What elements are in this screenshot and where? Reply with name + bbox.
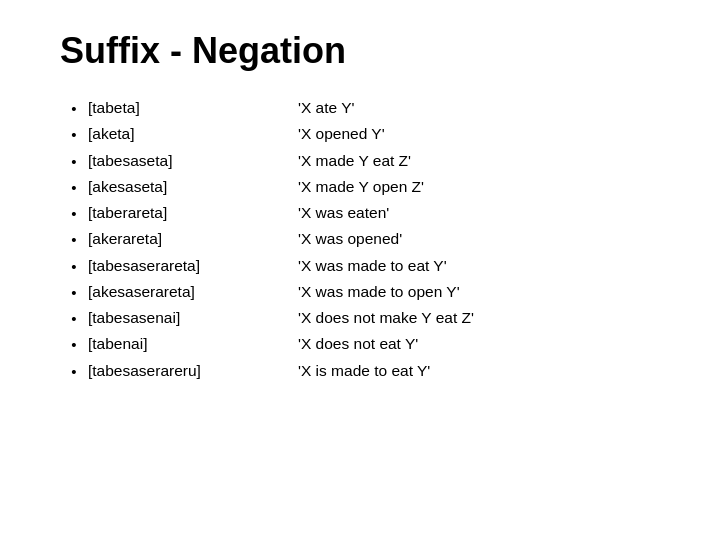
list-item: •[akesaserareta]'X was made to open Y' (60, 280, 660, 304)
definition: 'X made Y eat Z' (298, 149, 411, 173)
item-content: [tabesaserareru]'X is made to eat Y' (88, 359, 660, 383)
bullet: • (60, 306, 88, 330)
bullet: • (60, 96, 88, 120)
definition: 'X does not eat Y' (298, 332, 418, 356)
bullet: • (60, 122, 88, 146)
list-item: •[akesaseta]'X made Y open Z' (60, 175, 660, 199)
term: [tabesasenai] (88, 306, 298, 330)
item-content: [akerareta]'X was opened' (88, 227, 660, 251)
item-content: [tabenai]'X does not eat Y' (88, 332, 660, 356)
definition: 'X was made to open Y' (298, 280, 460, 304)
definition: 'X is made to eat Y' (298, 359, 430, 383)
list-item: •[tabesaseta]'X made Y eat Z' (60, 149, 660, 173)
page-title: Suffix - Negation (60, 30, 660, 72)
definition: 'X does not make Y eat Z' (298, 306, 474, 330)
item-content: [tabesaserareta]'X was made to eat Y' (88, 254, 660, 278)
list-container: •[tabeta]'X ate Y'•[aketa]'X opened Y'•[… (60, 96, 660, 383)
list-item: •[tabesaserareta]'X was made to eat Y' (60, 254, 660, 278)
list-item: •[tabeta]'X ate Y' (60, 96, 660, 120)
definition: 'X ate Y' (298, 96, 354, 120)
term: [tabesaseta] (88, 149, 298, 173)
term: [aketa] (88, 122, 298, 146)
bullet: • (60, 280, 88, 304)
bullet: • (60, 175, 88, 199)
list-item: •[tabesasenai]'X does not make Y eat Z' (60, 306, 660, 330)
term: [tabesaserareru] (88, 359, 298, 383)
definition: 'X was eaten' (298, 201, 389, 225)
bullet: • (60, 201, 88, 225)
definition: 'X was opened' (298, 227, 402, 251)
list-item: •[taberareta]'X was eaten' (60, 201, 660, 225)
list-item: •[akerareta]'X was opened' (60, 227, 660, 251)
term: [tabeta] (88, 96, 298, 120)
term: [akesaserareta] (88, 280, 298, 304)
bullet: • (60, 227, 88, 251)
item-content: [akesaseta]'X made Y open Z' (88, 175, 660, 199)
term: [akerareta] (88, 227, 298, 251)
list-item: •[tabenai]'X does not eat Y' (60, 332, 660, 356)
list-item: •[aketa]'X opened Y' (60, 122, 660, 146)
bullet: • (60, 254, 88, 278)
term: [tabesaserareta] (88, 254, 298, 278)
definition: 'X opened Y' (298, 122, 385, 146)
item-content: [tabesaseta]'X made Y eat Z' (88, 149, 660, 173)
list-item: •[tabesaserareru]'X is made to eat Y' (60, 359, 660, 383)
page: Suffix - Negation •[tabeta]'X ate Y'•[ak… (0, 0, 720, 540)
term: [akesaseta] (88, 175, 298, 199)
term: [taberareta] (88, 201, 298, 225)
item-content: [tabeta]'X ate Y' (88, 96, 660, 120)
term: [tabenai] (88, 332, 298, 356)
item-content: [aketa]'X opened Y' (88, 122, 660, 146)
bullet: • (60, 359, 88, 383)
item-content: [tabesasenai]'X does not make Y eat Z' (88, 306, 660, 330)
bullet: • (60, 149, 88, 173)
item-content: [akesaserareta]'X was made to open Y' (88, 280, 660, 304)
definition: 'X was made to eat Y' (298, 254, 447, 278)
definition: 'X made Y open Z' (298, 175, 424, 199)
bullet: • (60, 332, 88, 356)
item-content: [taberareta]'X was eaten' (88, 201, 660, 225)
